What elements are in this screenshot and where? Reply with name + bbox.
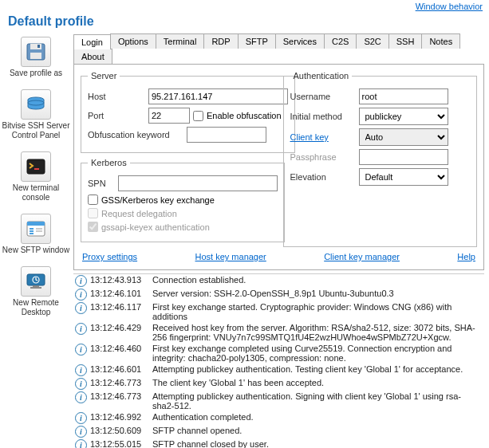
info-icon: i: [75, 344, 87, 356]
log-message: Attempting publickey authentication. Tes…: [152, 364, 483, 374]
info-icon: i: [75, 378, 87, 390]
remote-desktop-icon: [21, 266, 51, 297]
username-input[interactable]: [359, 88, 448, 104]
log-time: 13:12:43.913: [90, 275, 152, 285]
authentication-legend: Authentication: [290, 71, 353, 81]
passphrase-input[interactable]: [359, 149, 448, 165]
tab-s2c[interactable]: S2C: [356, 33, 388, 49]
log-message: Authentication completed.: [152, 412, 483, 422]
client-key-select[interactable]: Auto: [359, 128, 448, 146]
window-behavior-link[interactable]: Window behavior: [416, 2, 483, 11]
initial-method-label: Initial method: [290, 112, 356, 121]
sidebar-new-terminal[interactable]: New terminal console: [2, 151, 70, 202]
log-row: i13:12:46.117First key exchange started.…: [73, 301, 484, 322]
gss-checkbox[interactable]: GSS/Kerberos key exchange: [88, 195, 278, 205]
proxy-settings-link[interactable]: Proxy settings: [82, 252, 137, 261]
svg-rect-16: [33, 285, 39, 287]
log-row: i13:12:46.773The client key 'Global 1' h…: [73, 377, 484, 391]
log-time: 13:12:46.460: [90, 344, 152, 353]
client-key-manager-link[interactable]: Client key manager: [324, 252, 400, 261]
svg-rect-10: [30, 228, 34, 230]
server-icon: [21, 89, 51, 120]
obfuscation-keyword-label: Obfuscation keyword: [88, 130, 183, 140]
log-time: 13:12:46.429: [90, 323, 152, 332]
tab-rdp[interactable]: RDP: [203, 33, 238, 49]
svg-rect-11: [30, 230, 34, 232]
authentication-group: Authentication Username Initial method p…: [283, 71, 478, 247]
spn-input[interactable]: [118, 175, 278, 191]
info-icon: i: [75, 289, 87, 301]
log-message: Received host key from the server. Algor…: [152, 323, 483, 342]
tab-bar: Login Options Terminal RDP SFTP Services…: [73, 33, 484, 65]
sidebar-bitvise-panel[interactable]: Bitvise SSH Server Control Panel: [2, 89, 70, 140]
log-time: 13:12:46.992: [90, 412, 152, 422]
sidebar-item-label: New Remote Desktop: [2, 298, 70, 317]
kerberos-legend: Kerberos: [88, 158, 130, 167]
tab-sftp[interactable]: SFTP: [238, 33, 276, 49]
help-link[interactable]: Help: [457, 252, 475, 261]
server-group: Server Host Port Enable obfuscation Obfu…: [81, 71, 295, 153]
sidebar-save-profile[interactable]: Save profile as: [2, 37, 70, 78]
username-label: Username: [290, 92, 356, 101]
log-row: i13:12:46.992Authentication completed.: [73, 411, 484, 425]
log-row: i13:12:46.101Server version: SSH-2.0-Ope…: [73, 288, 484, 301]
tab-terminal[interactable]: Terminal: [156, 33, 205, 49]
host-input[interactable]: [148, 88, 288, 104]
log-row: i13:12:43.913Connection established.: [73, 274, 484, 288]
info-icon: i: [75, 323, 87, 335]
passphrase-label: Passphrase: [290, 152, 356, 162]
port-input[interactable]: [148, 108, 190, 124]
tab-notes[interactable]: Notes: [421, 33, 460, 49]
server-legend: Server: [88, 71, 120, 81]
sidebar-item-label: New terminal console: [2, 183, 70, 202]
svg-rect-13: [36, 228, 42, 230]
log-row: i13:12:46.601Attempting publickey authen…: [73, 364, 484, 377]
client-key-link[interactable]: Client key: [290, 132, 356, 142]
log-time: 13:12:55.015: [90, 439, 152, 448]
log-message: First key exchange started. Cryptographi…: [152, 302, 483, 321]
info-icon: i: [75, 426, 87, 438]
log-row: i13:12:46.773Attempting publickey authen…: [73, 391, 484, 411]
svg-rect-17: [30, 287, 41, 289]
host-label: Host: [88, 92, 145, 101]
info-icon: i: [75, 412, 87, 424]
log-time: 13:12:46.117: [90, 302, 152, 312]
save-icon: [21, 37, 51, 67]
info-icon: i: [75, 364, 87, 376]
sidebar-new-remote-desktop[interactable]: New Remote Desktop: [2, 266, 70, 317]
port-label: Port: [88, 111, 145, 120]
sidebar: Save profile as Bitvise SSH Server Contr…: [0, 33, 72, 448]
obfuscation-keyword-input: [187, 127, 266, 143]
svg-rect-14: [36, 230, 42, 232]
tab-c2s[interactable]: C2S: [324, 33, 357, 49]
sidebar-item-label: Bitvise SSH Server Control Panel: [2, 121, 70, 140]
tab-options[interactable]: Options: [110, 33, 156, 49]
initial-method-select[interactable]: publickey: [359, 108, 448, 125]
tab-about[interactable]: About: [73, 49, 112, 64]
log-panel[interactable]: i13:12:43.913Connection established.i13:…: [73, 273, 484, 448]
enable-obfuscation-checkbox[interactable]: Enable obfuscation: [193, 111, 282, 121]
tab-ssh[interactable]: SSH: [388, 33, 423, 49]
info-icon: i: [75, 391, 87, 403]
log-row: i13:12:46.460First key exchange complete…: [73, 343, 484, 364]
host-key-manager-link[interactable]: Host key manager: [195, 252, 266, 261]
gssapi-keyex-checkbox: gssapi-keyex authentication: [88, 222, 278, 232]
tab-services[interactable]: Services: [275, 33, 325, 49]
svg-rect-3: [37, 45, 40, 48]
log-row: i13:12:46.429Received host key from the …: [73, 322, 484, 343]
svg-rect-2: [30, 53, 41, 59]
elevation-label: Elevation: [290, 172, 356, 182]
log-message: The client key 'Global 1' has been accep…: [152, 378, 483, 387]
svg-rect-12: [30, 233, 34, 234]
log-row: i13:12:55.015SFTP channel closed by user…: [73, 438, 484, 448]
elevation-select[interactable]: Default: [359, 168, 448, 186]
log-message: SFTP channel closed by user.: [152, 439, 483, 448]
sidebar-new-sftp[interactable]: New SFTP window: [2, 214, 70, 255]
info-icon: i: [75, 275, 87, 287]
log-row: i13:12:50.609SFTP channel opened.: [73, 425, 484, 438]
log-message: Server version: SSH-2.0-OpenSSH_8.9p1 Ub…: [152, 289, 483, 298]
tab-login[interactable]: Login: [73, 34, 111, 49]
kerberos-group: Kerberos SPN GSS/Kerberos key exchange R…: [81, 158, 285, 242]
log-time: 13:12:46.773: [90, 391, 152, 401]
svg-rect-9: [27, 222, 45, 226]
